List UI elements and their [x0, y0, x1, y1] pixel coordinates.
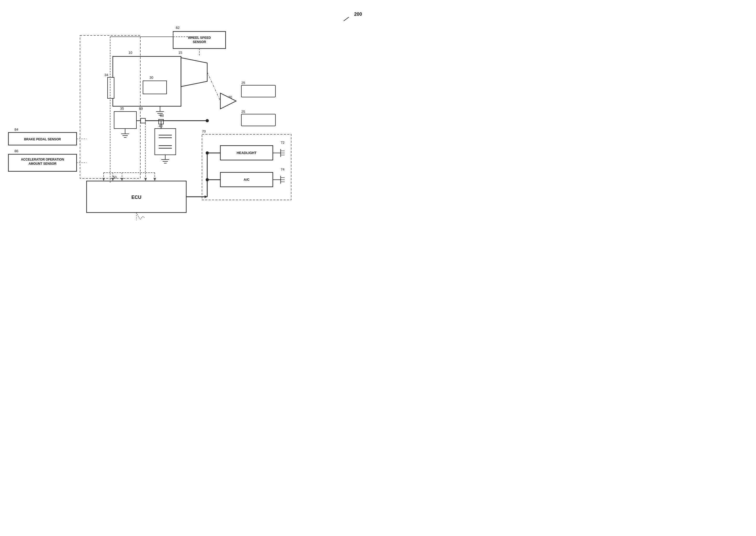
brake-pedal-sensor-label: BRAKE PEDAL SENSOR: [24, 138, 61, 141]
svg-point-52: [206, 119, 209, 122]
funnel-shape: [181, 58, 207, 86]
ref-89-label: 89: [139, 107, 143, 111]
ac-label: A/C: [244, 178, 250, 182]
ref-35-label: 35: [120, 107, 124, 111]
svg-line-0: [344, 17, 349, 21]
component-25a-box: [241, 85, 276, 97]
ref-25b-label: 25: [241, 110, 245, 114]
svg-marker-41: [144, 178, 147, 181]
ref-25a-label: 25: [241, 81, 245, 85]
ref-72-label: 72: [281, 141, 284, 145]
svg-marker-38: [102, 178, 105, 181]
diagram-container: 200 82 WHEEL SPEED SENSOR 10 15 30 34 35: [0, 0, 378, 268]
component-40-box: [155, 129, 176, 155]
accel-sensor-label2: AMOUNT SENSOR: [29, 162, 57, 166]
svg-marker-42: [153, 178, 156, 181]
ref-88-label: 88: [160, 114, 164, 117]
wheel-speed-sensor-label1: WHEEL SPEED: [188, 36, 211, 40]
accel-sensor-label1: ACCELERATOR OPERATION: [21, 158, 64, 161]
ref-34-label: 34: [104, 73, 108, 77]
ref-30-label: 30: [149, 76, 153, 80]
loads-dashed-box: [202, 134, 291, 200]
ref-86-label: 86: [15, 149, 18, 153]
component-25b-box: [241, 114, 276, 126]
ref-200: 200: [354, 12, 362, 17]
ref-10-label: 10: [129, 50, 132, 54]
wheel-speed-sensor-label2: SENSOR: [193, 40, 206, 44]
ref-74-label: 74: [281, 167, 284, 171]
component-30-box: [143, 81, 167, 94]
ecu-label: ECU: [131, 195, 141, 200]
ref-84-label: 84: [15, 127, 18, 131]
component-35-box: [114, 112, 136, 129]
component-89-box: [141, 118, 145, 123]
headlight-label: HEADLIGHT: [237, 151, 256, 155]
component-34-box: [108, 77, 114, 98]
svg-line-17: [207, 72, 220, 101]
ref-40-label: 40: [159, 124, 162, 128]
svg-marker-39: [112, 178, 114, 181]
svg-marker-40: [121, 178, 123, 181]
ref-82-label: 82: [176, 26, 180, 30]
ref-15-label: 15: [179, 50, 182, 54]
ref-70-label: 70: [202, 129, 206, 133]
